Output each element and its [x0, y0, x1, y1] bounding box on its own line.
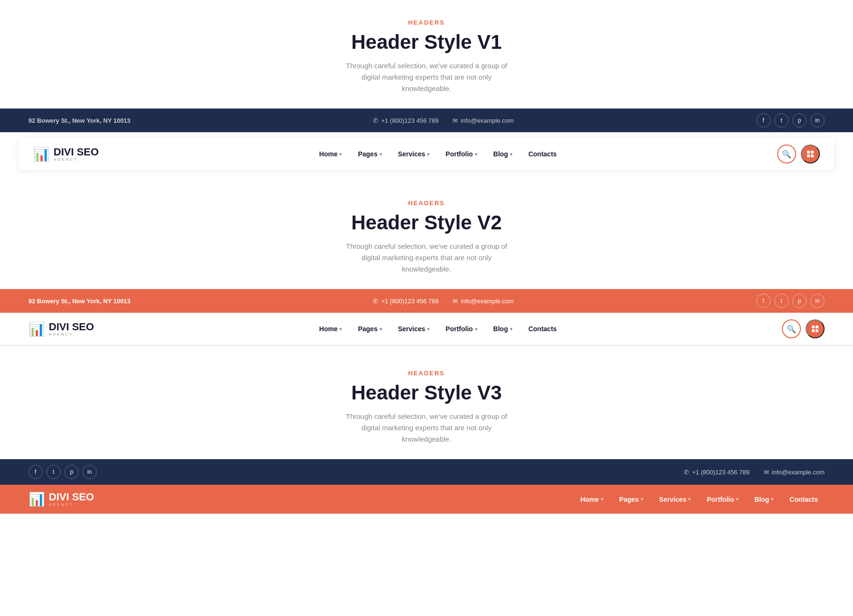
header-v2: 92 Bowery St., New York, NY 10013 ✆ +1 (…: [0, 289, 853, 346]
v2-address: 92 Bowery St., New York, NY 10013: [28, 298, 130, 305]
v1-social-icons: f t p in: [756, 113, 825, 127]
logo-text-block-v2: DIVI SEO AGENCY: [49, 322, 94, 336]
logo-name-v3: DIVI SEO: [49, 492, 94, 502]
section3-label: HEADERS: [9, 370, 844, 377]
v2-pages-arrow: ▾: [380, 326, 382, 332]
search-icon: 🔍: [782, 150, 791, 159]
v1-twitter-icon[interactable]: t: [774, 113, 789, 127]
v2-twitter-icon[interactable]: t: [774, 294, 789, 308]
v3-facebook-icon[interactable]: f: [28, 465, 43, 479]
v2-nav-menu: Home ▾ Pages ▾ Services ▾ Portfolio ▾ Bl…: [313, 321, 563, 336]
v2-services-arrow: ▾: [427, 326, 429, 332]
v3-pinterest-icon[interactable]: p: [64, 465, 79, 479]
home-arrow: ▾: [339, 152, 342, 157]
v2-nav-blog[interactable]: Blog ▾: [487, 321, 519, 336]
v2-facebook-icon[interactable]: f: [756, 294, 771, 308]
section1-title: Header Style V1: [9, 31, 844, 54]
v3-phone: ✆ +1 (800)123 456 789: [684, 469, 749, 476]
services-arrow: ▾: [427, 152, 429, 157]
v2-portfolio-arrow: ▾: [475, 326, 477, 332]
portfolio-arrow: ▾: [475, 152, 477, 157]
v2-instagram-icon[interactable]: in: [810, 294, 825, 308]
v1-logo[interactable]: 📊 DIVI SEO AGENCY: [33, 146, 99, 162]
blog-arrow: ▾: [510, 152, 512, 157]
v2-logo[interactable]: 📊 DIVI SEO AGENCY: [28, 321, 94, 337]
header-v2-topbar: 92 Bowery St., New York, NY 10013 ✆ +1 (…: [0, 289, 853, 313]
v2-nav-portfolio[interactable]: Portfolio ▾: [439, 321, 484, 336]
v3-nav-services[interactable]: Services ▾: [653, 492, 698, 507]
v2-home-arrow: ▾: [339, 326, 342, 332]
pages-arrow: ▾: [380, 152, 382, 157]
v1-search-button[interactable]: 🔍: [777, 145, 796, 163]
v3-twitter-icon[interactable]: t: [46, 465, 61, 479]
v1-phone: ✆ +1 (800)123 456 789: [373, 117, 438, 124]
v3-nav-home[interactable]: Home ▾: [574, 492, 610, 507]
v3-contact-info: ✆ +1 (800)123 456 789 ✉ info@example.com: [684, 469, 825, 476]
v3-instagram-icon[interactable]: in: [82, 465, 97, 479]
phone-icon: ✆: [373, 117, 378, 124]
header-v1-nav: 📊 DIVI SEO AGENCY Home ▾ Pages ▾ Service…: [19, 138, 834, 170]
v2-contact-info: ✆ +1 (800)123 456 789 ✉ info@example.com: [373, 298, 514, 305]
v2-divider: [0, 345, 853, 345]
v3-nav-contacts[interactable]: Contacts: [783, 492, 825, 507]
mail-icon-v2: ✉: [453, 298, 458, 305]
nav-portfolio[interactable]: Portfolio ▾: [439, 146, 484, 162]
v3-nav-portfolio[interactable]: Portfolio ▾: [700, 492, 745, 507]
v2-nav-services[interactable]: Services ▾: [391, 321, 436, 336]
v3-blog-arrow: ▾: [771, 497, 773, 502]
search-icon-v2: 🔍: [787, 325, 796, 334]
v2-social-icons: f t p in: [756, 294, 825, 308]
v3-social-icons: f t p in: [28, 465, 97, 479]
bottom-spacer: [0, 514, 853, 542]
v1-nav-menu: Home ▾ Pages ▾ Services ▾ Portfolio ▾ Bl…: [313, 146, 563, 162]
logo-icon-v2: 📊: [28, 321, 45, 337]
v3-email: ✉ info@example.com: [764, 469, 825, 476]
v3-nav-menu: Home ▾ Pages ▾ Services ▾ Portfolio ▾ Bl…: [574, 492, 825, 507]
logo-divi: DIVI: [54, 146, 74, 158]
grid-icon-v2: [812, 326, 818, 332]
header-v3-topbar: f t p in ✆ +1 (800)123 456 789 ✉ info@ex…: [0, 459, 853, 485]
section2-label: HEADERS: [9, 199, 844, 207]
v2-nav-contacts[interactable]: Contacts: [522, 321, 563, 336]
v3-home-arrow: ▾: [601, 497, 603, 502]
v3-portfolio-arrow: ▾: [736, 497, 738, 502]
section2-desc: Through careful selection, we've curated…: [336, 241, 517, 275]
header-v3: f t p in ✆ +1 (800)123 456 789 ✉ info@ex…: [0, 459, 853, 514]
logo-agency: AGENCY: [54, 157, 99, 162]
v2-nav-pages[interactable]: Pages ▾: [351, 321, 388, 336]
logo-seo-v2: SEO: [72, 321, 94, 333]
v3-logo[interactable]: 📊 DIVI SEO AGENCY: [28, 491, 94, 507]
nav-pages[interactable]: Pages ▾: [351, 146, 388, 162]
phone-icon-v2: ✆: [373, 298, 378, 305]
v1-instagram-icon[interactable]: in: [810, 113, 825, 127]
v1-facebook-icon[interactable]: f: [756, 113, 771, 127]
phone-icon-v3: ✆: [684, 469, 689, 476]
header-v2-nav: 📊 DIVI SEO AGENCY Home ▾ Pages ▾ Service…: [0, 313, 853, 345]
v2-nav-actions: 🔍: [782, 319, 825, 338]
logo-text-block: DIVI SEO AGENCY: [54, 147, 99, 162]
logo-name: DIVI SEO: [54, 147, 99, 157]
v2-nav-home[interactable]: Home ▾: [313, 321, 349, 336]
nav-blog[interactable]: Blog ▾: [487, 146, 519, 162]
v1-address: 92 Bowery St., New York, NY 10013: [28, 117, 130, 124]
logo-text-block-v3: DIVI SEO AGENCY: [49, 492, 94, 507]
v1-nav-actions: 🔍: [777, 145, 820, 163]
section3-intro: HEADERS Header Style V3 Through careful …: [0, 346, 853, 459]
logo-name-v2: DIVI SEO: [49, 322, 94, 332]
v2-grid-button[interactable]: [806, 319, 825, 338]
logo-agency-v3: AGENCY: [49, 502, 94, 507]
v3-nav-blog[interactable]: Blog ▾: [748, 492, 780, 507]
v2-blog-arrow: ▾: [510, 326, 512, 332]
v2-pinterest-icon[interactable]: p: [792, 294, 807, 308]
header-v1: 92 Bowery St., New York, NY 10013 ✆ +1 (…: [0, 109, 853, 170]
v2-search-button[interactable]: 🔍: [782, 319, 801, 338]
nav-contacts[interactable]: Contacts: [522, 146, 563, 162]
nav-services[interactable]: Services ▾: [391, 146, 436, 162]
nav-home[interactable]: Home ▾: [313, 146, 349, 162]
section2-title: Header Style V2: [9, 211, 844, 234]
v1-grid-button[interactable]: [801, 145, 820, 163]
v1-pinterest-icon[interactable]: p: [792, 113, 807, 127]
section1-desc: Through careful selection, we've curated…: [336, 60, 517, 94]
section1-intro: HEADERS Header Style V1 Through careful …: [0, 0, 853, 109]
v3-nav-pages[interactable]: Pages ▾: [613, 492, 650, 507]
